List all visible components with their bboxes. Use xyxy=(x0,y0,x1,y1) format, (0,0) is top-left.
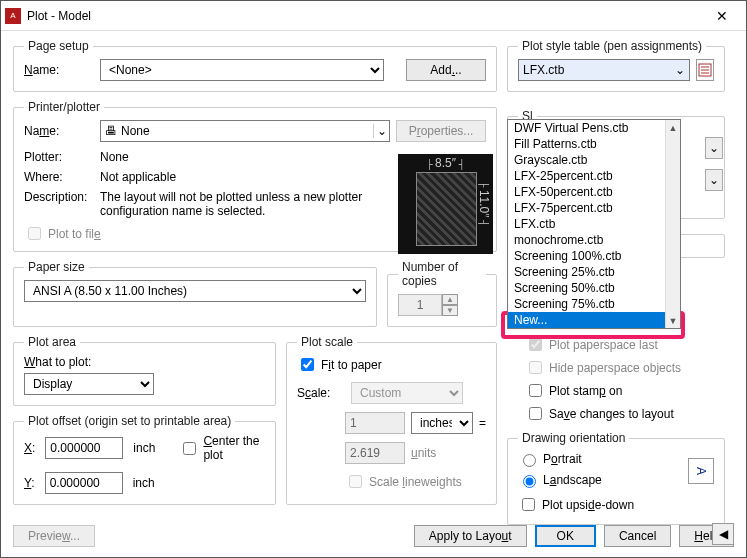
list-item[interactable]: LFX-50percent.ctb xyxy=(508,184,680,200)
printer-legend: Printer/plotter xyxy=(24,100,104,114)
list-item[interactable]: Screening 25%.ctb xyxy=(508,264,680,280)
list-item[interactable]: Screening 75%.ctb xyxy=(508,296,680,312)
copies-down-icon: ▼ xyxy=(442,305,458,316)
plot-area-group: Plot area What to plot: Display xyxy=(13,335,276,406)
where-label: Where: xyxy=(24,170,94,184)
scale-num1 xyxy=(345,412,405,434)
scale-num2 xyxy=(345,442,405,464)
upside-down-check[interactable]: Plot upside-down xyxy=(518,495,634,514)
y-unit: inch xyxy=(133,476,155,490)
description-value: The layout will not be plotted unless a … xyxy=(100,190,380,218)
plot-style-dropdown-icon: ⌄ xyxy=(675,63,685,77)
paper-size-select[interactable]: ANSI A (8.50 x 11.00 Inches) xyxy=(24,280,366,302)
plot-paperspace-last-box xyxy=(529,338,542,351)
x-label: X: xyxy=(24,441,35,455)
hide-paperspace-check: Hide paperspace objects xyxy=(525,358,681,377)
list-item[interactable]: Fill Patterns.ctb xyxy=(508,136,680,152)
preview-button[interactable]: Preview... xyxy=(13,525,95,547)
plot-dialog: A Plot - Model ✕ Page setup Name: <None>… xyxy=(0,0,747,558)
copies-legend: Number of copies xyxy=(398,260,486,288)
fit-to-paper-box[interactable] xyxy=(301,358,314,371)
copies-spinner[interactable]: ▲ ▼ xyxy=(398,294,486,316)
list-item[interactable]: Screening 50%.ctb xyxy=(508,280,680,296)
what-to-plot-label: What to plot: xyxy=(24,355,265,369)
printer-name-dropdown-icon[interactable]: ⌄ xyxy=(373,124,389,138)
plot-style-select[interactable]: LFX.ctb ⌄ xyxy=(518,59,690,81)
apply-to-layout-button[interactable]: Apply to Layout xyxy=(414,525,527,547)
orientation-legend: Drawing orientation xyxy=(518,431,629,445)
quality-select-stub[interactable]: ⌄ xyxy=(705,169,723,191)
landscape-radio-input[interactable] xyxy=(523,475,536,488)
orientation-group: Drawing orientation Portrait Landscape xyxy=(507,431,725,525)
center-plot-check[interactable]: Center the plot xyxy=(179,434,265,462)
ok-button[interactable]: OK xyxy=(535,525,596,547)
expand-options-button[interactable]: ◀ xyxy=(712,523,734,545)
paper-preview: ├ 8.5″ ┤ ├ 11.0″ ┤ xyxy=(398,154,493,254)
plot-style-selected: LFX.ctb xyxy=(523,63,564,77)
list-item[interactable]: LFX-25percent.ctb xyxy=(508,168,680,184)
scroll-down-icon[interactable]: ▼ xyxy=(666,313,680,328)
add-button[interactable]: Add... xyxy=(406,59,486,81)
y-label: Y: xyxy=(24,476,35,490)
plot-scale-legend: Plot scale xyxy=(297,335,357,349)
list-item[interactable]: Screening 100%.ctb xyxy=(508,248,680,264)
preview-height-label: ├ 11.0″ ┤ xyxy=(477,154,491,254)
plot-offset-group: Plot offset (origin set to printable are… xyxy=(13,414,276,505)
paper-size-group: Paper size ANSI A (8.50 x 11.00 Inches) xyxy=(13,260,377,327)
fit-to-paper-check[interactable]: Fit to paper xyxy=(297,355,382,374)
center-plot-box[interactable] xyxy=(183,442,196,455)
plot-style-legend: Plot style table (pen assignments) xyxy=(518,39,706,53)
plot-scale-group: Plot scale Fit to paper Scale: Custom xyxy=(286,335,497,505)
y-input[interactable] xyxy=(45,472,123,494)
list-item-new[interactable]: New... xyxy=(508,312,680,328)
scale-equals: = xyxy=(479,416,486,430)
scale-lineweights-check: Scale lineweights xyxy=(345,472,462,491)
page-name-label: Name: xyxy=(24,63,94,77)
x-input[interactable] xyxy=(45,437,123,459)
printer-icon: 🖶 xyxy=(101,124,121,138)
what-to-plot-select[interactable]: Display xyxy=(24,373,154,395)
properties-button[interactable]: Properties... xyxy=(396,120,486,142)
plot-stamp-check[interactable]: Plot stamp on xyxy=(525,381,622,400)
plot-style-dropdown-list[interactable]: DWF Virtual Pens.ctb Fill Patterns.ctb G… xyxy=(507,119,681,329)
dropdown-scrollbar[interactable]: ▲ ▼ xyxy=(665,120,680,328)
plot-area-legend: Plot area xyxy=(24,335,80,349)
page-setup-group: Page setup Name: <None> Add... xyxy=(13,39,497,92)
list-item[interactable]: LFX-75percent.ctb xyxy=(508,200,680,216)
hide-paperspace-box xyxy=(529,361,542,374)
scale-lineweights-box xyxy=(349,475,362,488)
plot-offset-legend: Plot offset (origin set to printable are… xyxy=(24,414,235,428)
scale-unit-select[interactable]: inches xyxy=(411,412,473,434)
window-title: Plot - Model xyxy=(27,9,702,23)
portrait-radio[interactable]: Portrait xyxy=(518,451,582,467)
x-unit: inch xyxy=(133,441,155,455)
plotter-value: None xyxy=(100,150,129,164)
plotter-label: Plotter: xyxy=(24,150,94,164)
landscape-radio[interactable]: Landscape xyxy=(518,472,602,488)
shade-plot-select-stub[interactable]: ⌄ xyxy=(705,137,723,159)
list-item[interactable]: LFX.ctb xyxy=(508,216,680,232)
footer: Preview... Apply to Layout OK Cancel Hel… xyxy=(1,525,746,547)
printer-name-value: None xyxy=(121,124,150,138)
plot-paperspace-last-check: Plot paperspace last xyxy=(525,335,658,354)
close-button[interactable]: ✕ xyxy=(702,8,742,24)
scroll-up-icon[interactable]: ▲ xyxy=(666,120,680,135)
edit-plot-style-button[interactable] xyxy=(696,59,714,81)
list-item[interactable]: Grayscale.ctb xyxy=(508,152,680,168)
page-setup-legend: Page setup xyxy=(24,39,93,53)
portrait-radio-input[interactable] xyxy=(523,454,536,467)
save-changes-box[interactable] xyxy=(529,407,542,420)
cancel-button[interactable]: Cancel xyxy=(604,525,671,547)
plot-stamp-box[interactable] xyxy=(529,384,542,397)
plot-to-file-check[interactable]: Plot to file xyxy=(24,224,101,243)
paper-size-legend: Paper size xyxy=(24,260,89,274)
list-item[interactable]: monochrome.ctb xyxy=(508,232,680,248)
titlebar[interactable]: A Plot - Model ✕ xyxy=(1,1,746,31)
save-changes-check[interactable]: Save changes to layout xyxy=(525,404,674,423)
upside-down-box[interactable] xyxy=(522,498,535,511)
description-label: Description: xyxy=(24,190,94,204)
units-label: units xyxy=(411,446,436,460)
scale-select: Custom xyxy=(351,382,463,404)
list-item[interactable]: DWF Virtual Pens.ctb xyxy=(508,120,680,136)
page-name-select[interactable]: <None> xyxy=(100,59,384,81)
